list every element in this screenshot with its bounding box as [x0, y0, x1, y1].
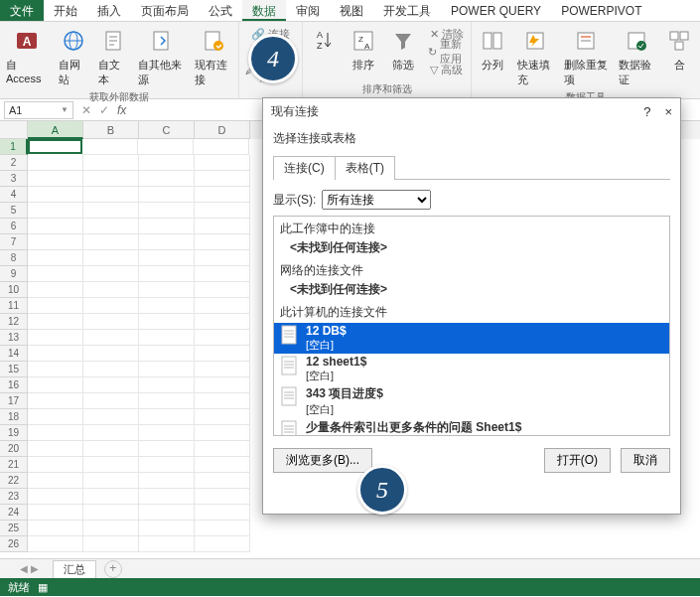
cell[interactable]: [139, 473, 195, 489]
row-header[interactable]: 20: [0, 441, 28, 457]
cell[interactable]: [28, 377, 83, 393]
cell[interactable]: [139, 457, 195, 473]
cell[interactable]: [83, 155, 139, 171]
cell[interactable]: [195, 155, 250, 171]
row-header[interactable]: 4: [0, 187, 28, 203]
cell[interactable]: [138, 139, 194, 155]
cell[interactable]: [83, 346, 139, 362]
cell[interactable]: [139, 187, 195, 203]
cancel-formula-icon[interactable]: ✕: [77, 103, 95, 117]
cell[interactable]: [83, 425, 139, 441]
tab-view[interactable]: 视图: [330, 0, 373, 21]
cell[interactable]: [83, 266, 139, 282]
row-header[interactable]: 9: [0, 266, 28, 282]
list-item[interactable]: 343 项目进度$[空白]: [274, 384, 669, 418]
row-header[interactable]: 12: [0, 314, 28, 330]
cell[interactable]: [139, 393, 195, 409]
cell[interactable]: [195, 377, 250, 393]
cell[interactable]: [82, 139, 138, 155]
cancel-button[interactable]: 取消: [621, 448, 670, 473]
row-header[interactable]: 7: [0, 234, 28, 250]
cell[interactable]: [83, 362, 139, 377]
cell[interactable]: [195, 266, 250, 282]
col-header-b[interactable]: B: [83, 121, 139, 139]
tab-insert[interactable]: 插入: [87, 0, 131, 21]
row-header[interactable]: 13: [0, 330, 28, 346]
cell[interactable]: [28, 409, 83, 425]
cell[interactable]: [28, 314, 83, 330]
cell[interactable]: [195, 457, 250, 473]
row-header[interactable]: 24: [0, 505, 28, 521]
cell[interactable]: [28, 362, 83, 377]
cell[interactable]: [195, 489, 250, 505]
cell[interactable]: [83, 377, 139, 393]
cell[interactable]: [195, 441, 250, 457]
cell[interactable]: [83, 536, 139, 552]
cell[interactable]: [28, 521, 83, 536]
tab-home[interactable]: 开始: [44, 0, 87, 21]
cell[interactable]: [83, 187, 139, 203]
cell[interactable]: [28, 346, 83, 362]
connection-list[interactable]: 此工作簿中的连接 <未找到任何连接> 网络的连接文件 <未找到任何连接> 此计算…: [273, 216, 670, 436]
cell[interactable]: [195, 234, 250, 250]
cell[interactable]: [139, 409, 195, 425]
cell[interactable]: [83, 171, 139, 187]
row-header[interactable]: 10: [0, 282, 28, 298]
cell[interactable]: [195, 314, 250, 330]
cell[interactable]: [139, 234, 195, 250]
flash-fill-button[interactable]: 快速填充: [515, 24, 555, 89]
cell[interactable]: [139, 521, 195, 536]
cell[interactable]: [28, 393, 83, 409]
cell[interactable]: [195, 219, 250, 234]
cell[interactable]: [28, 441, 83, 457]
cell[interactable]: [195, 505, 250, 521]
cell[interactable]: [195, 425, 250, 441]
cell[interactable]: [83, 505, 139, 521]
enter-formula-icon[interactable]: ✓: [95, 103, 113, 117]
col-header-a[interactable]: A: [28, 121, 83, 139]
cell[interactable]: [139, 489, 195, 505]
from-text-button[interactable]: 自文本: [96, 24, 130, 89]
row-header[interactable]: 1: [0, 139, 28, 155]
row-header[interactable]: 18: [0, 409, 28, 425]
row-header[interactable]: 5: [0, 203, 28, 219]
cell[interactable]: [83, 314, 139, 330]
cell[interactable]: [194, 139, 249, 155]
cell[interactable]: [195, 203, 250, 219]
tab-power-query[interactable]: POWER QUERY: [441, 0, 551, 21]
list-item[interactable]: 12 sheet1$[空白]: [274, 354, 669, 384]
from-other-button[interactable]: 自其他来源: [136, 24, 187, 89]
sheet-nav[interactable]: ◀ ▶: [20, 563, 39, 574]
cell[interactable]: [139, 298, 195, 314]
col-header-c[interactable]: C: [139, 121, 195, 139]
list-item[interactable]: 少量条件索引出更多条件的问题 Sheet1$: [274, 418, 669, 436]
row-header[interactable]: 22: [0, 473, 28, 489]
cell[interactable]: [139, 330, 195, 346]
cell[interactable]: [195, 536, 250, 552]
tab-powerpivot[interactable]: POWERPIVOT: [551, 0, 651, 21]
cell[interactable]: [139, 203, 195, 219]
cell[interactable]: [28, 536, 83, 552]
cell[interactable]: [28, 425, 83, 441]
tab-review[interactable]: 审阅: [286, 0, 330, 21]
fx-icon[interactable]: fx: [117, 103, 126, 117]
cell[interactable]: [195, 362, 250, 377]
tab-page-layout[interactable]: 页面布局: [131, 0, 199, 21]
reapply-button[interactable]: ↻重新应用: [428, 44, 466, 60]
cell[interactable]: [28, 282, 83, 298]
row-header[interactable]: 17: [0, 393, 28, 409]
cell[interactable]: [195, 346, 250, 362]
row-header[interactable]: 6: [0, 219, 28, 234]
name-box-dropdown-icon[interactable]: ▼: [61, 105, 69, 114]
cell[interactable]: [28, 171, 83, 187]
cell[interactable]: [28, 298, 83, 314]
cell[interactable]: [83, 250, 139, 266]
cell[interactable]: [28, 219, 83, 234]
cell[interactable]: [139, 377, 195, 393]
cell[interactable]: [28, 139, 82, 154]
cell[interactable]: [195, 521, 250, 536]
dialog-close-button[interactable]: ×: [664, 104, 672, 119]
cell[interactable]: [83, 203, 139, 219]
add-sheet-button[interactable]: +: [104, 560, 122, 578]
cell[interactable]: [83, 409, 139, 425]
